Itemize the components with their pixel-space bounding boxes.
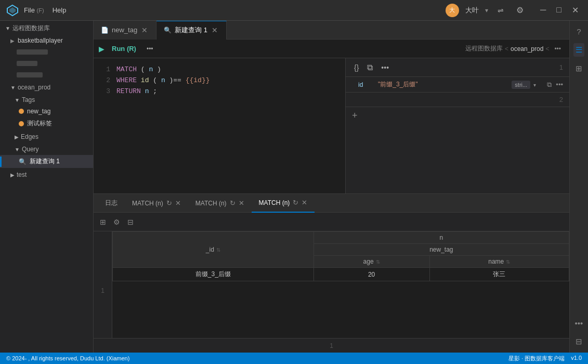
sidebar-remote-db-label: 远程图数据库 [12,24,50,33]
param-type-1[interactable]: stri... ▾ [512,81,543,88]
chevron-right-icon: ▶ [10,38,15,44]
format-json-btn[interactable]: {} [352,62,361,73]
results-tab-match-1-label: MATCH (n) [132,200,163,207]
sidebar-blurred-1 [0,46,93,58]
sidebar-query-label: Query [22,146,39,153]
app-label: 星影 · 图数据库客户端 [508,355,565,362]
sidebar: ▼ 远程图数据库 ▶ basketballplayer ▼ ocean_prod… [0,21,94,353]
sidebar-item-basketballplayer[interactable]: ▶ basketballplayer [0,35,93,46]
sidebar-test-label: test [17,171,27,178]
toolbar: ▶ Run (R) ••• 远程图数据库 < ocean_prod < ••• [94,40,569,58]
sort-icon-name: ⇅ [506,259,510,265]
results-tab-log[interactable]: 日志 [98,194,125,213]
results-tab-match-3[interactable]: MATCH (n) ↻ ✕ [252,194,315,213]
sidebar-edges-label: Edges [21,133,38,140]
line-num-3: 3 [102,86,110,97]
close-results-2[interactable]: ✕ [239,199,244,207]
params-toolbar: {} ⧉ ••• 1 [346,58,569,77]
more-btn[interactable]: ••• [143,44,156,54]
run-button[interactable]: Run (R) [109,43,139,54]
menu-file[interactable]: File (F) [24,6,44,14]
sidebar-item-test-tag-label: 测试标签 [27,119,52,128]
editor-area[interactable]: 1 MATCH ( n ) 2 WHERE id ( n [94,58,346,193]
param-key-1[interactable]: id [358,81,374,88]
breadcrumb: 远程图数据库 < ocean_prod < ••• [465,44,564,54]
param-row-num-2: 2 [559,96,563,103]
code-line-2: 2 WHERE id ( n )== {{id}} [102,75,337,86]
sidebar-tags[interactable]: ▼ Tags [0,93,93,106]
table-grid-icon[interactable]: ⊞ [98,217,108,227]
param-value-1[interactable]: "前缀_3_后缀" [378,80,507,89]
version-label: v1.0 [571,355,582,362]
tab-new-query-1-label: 新建查询 1 [175,25,207,35]
svg-marker-1 [9,7,16,14]
results-tab-match-2[interactable]: MATCH (n) ↻ ✕ [188,194,252,213]
right-icon-table[interactable]: ⊟ [573,335,584,348]
row-numbers-col: 1 [94,231,112,338]
sidebar-blurred-3 [0,69,93,81]
refresh-icon-3[interactable]: ↻ [293,199,298,206]
sidebar-item-new-query-1[interactable]: 🔍 新建查询 1 [0,155,93,168]
close-button[interactable]: ✕ [569,5,582,15]
type-dropdown-icon[interactable]: ▾ [533,82,536,88]
close-results-3[interactable]: ✕ [302,199,307,206]
right-icon-question[interactable]: ? [574,25,583,38]
chevron-down-icon: ▼ [5,25,10,31]
type-badge-1[interactable]: stri... [512,81,530,89]
sidebar-edges[interactable]: ▶ Edges [0,130,93,142]
col-header-id: _id ⇅ [113,232,314,268]
col-subgroup-new-tag: new_tag [313,244,569,256]
results-tab-match-1[interactable]: MATCH (n) ↻ ✕ [125,194,188,213]
results-table: _id ⇅ n new_tag [112,231,569,281]
sort-icon-age: ⇅ [376,259,380,265]
results-tabs: 日志 MATCH (n) ↻ ✕ MATCH (n) ↻ ✕ MATCH (n)… [94,194,569,213]
maximize-button[interactable]: □ [553,5,565,15]
line-num-2: 2 [102,75,110,86]
results-footer: 1 [94,338,569,353]
param-more-btn-1[interactable]: ••• [556,81,563,88]
table-layout-icon[interactable]: ⊟ [125,217,136,227]
minimize-button[interactable]: ─ [537,5,549,15]
right-icon-more[interactable]: ••• [573,317,585,330]
sidebar-query[interactable]: ▼ Query [0,142,93,155]
settings-button[interactable]: ⚙ [513,4,527,16]
params-more-btn[interactable]: ••• [379,62,391,73]
right-icon-menu[interactable]: ☰ [573,43,584,57]
statusbar-right: 星影 · 图数据库客户端 v1.0 [508,355,582,362]
params-copy-btn[interactable]: ⧉ [365,62,375,73]
sidebar-item-label: basketballplayer [18,37,63,44]
close-results-1[interactable]: ✕ [175,199,181,207]
right-icon-grid[interactable]: ⊞ [573,62,584,75]
sidebar-test[interactable]: ▶ test [0,168,93,180]
param-copy-btn-1[interactable]: ⧉ [547,81,552,89]
refresh-icon-1[interactable]: ↻ [166,199,172,207]
col-header-age: age ⇅ [313,256,429,268]
tab-new-query-1[interactable]: 🔍 新建查询 1 ✕ [156,21,227,40]
sidebar-item-new-tag[interactable]: new_tag [0,106,93,117]
app-logo-icon [6,4,19,17]
breadcrumb-remote-db: 远程图数据库 [465,44,503,53]
results-table-area[interactable]: _id ⇅ n new_tag [112,231,569,338]
tab-close-new-query-1[interactable]: ✕ [211,26,219,34]
table-settings-icon[interactable]: ⚙ [111,217,122,227]
sidebar-item-test-tag[interactable]: 测试标签 [0,117,93,130]
sidebar-remote-db[interactable]: ▼ 远程图数据库 [0,21,93,35]
tag-dot-test [19,121,24,126]
avatar: 大 [446,4,459,17]
refresh-icon-2[interactable]: ↻ [230,199,236,207]
code-content-1: MATCH ( n ) [116,64,161,75]
tab-new-tag[interactable]: 📄 new_tag ✕ [94,21,156,40]
user-name: 大叶 [465,6,479,15]
file-icon-tab: 📄 [101,27,109,34]
pin-button[interactable]: ⇌ [494,5,507,16]
table-toolbar: ⊞ ⚙ ⊟ [94,213,569,231]
search-icon-tab: 🔍 [164,27,172,34]
user-dropdown-icon[interactable]: ▾ [485,7,488,14]
tab-close-new-tag[interactable]: ✕ [140,26,149,34]
breadcrumb-more-btn[interactable]: ••• [551,44,564,54]
add-param-button[interactable]: + [352,110,358,121]
menu-help[interactable]: Help [53,6,67,14]
breadcrumb-ocean-prod[interactable]: ocean_prod [511,45,543,53]
sidebar-ocean-prod[interactable]: ▼ ocean_prod [0,81,93,93]
chevron-down-icon-ocean: ▼ [10,85,16,90]
